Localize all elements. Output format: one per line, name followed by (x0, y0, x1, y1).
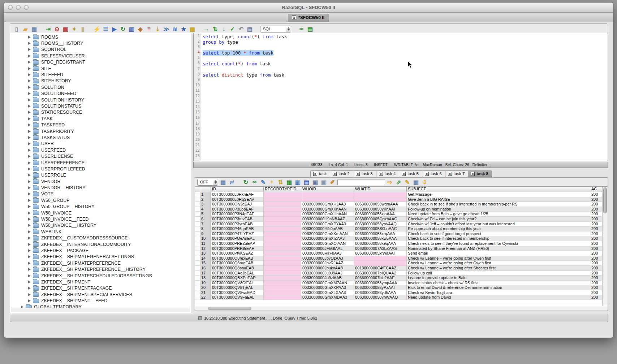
disclosure-triangle-icon[interactable] (28, 218, 31, 221)
grid-cell[interactable]: 00T3000000Q8rexEAB (211, 256, 264, 261)
grid-cell[interactable]: 006300000058xrqAAA (354, 231, 407, 237)
tree-item-site[interactable]: SITE (11, 65, 190, 72)
result-tab-task-7[interactable]: xtask 7 (445, 170, 469, 177)
grid-cell[interactable]: 0033000000GmXKmAAN (301, 231, 354, 237)
table-row[interactable]: 1400T3000000Q8rexEAB0033000000JbvQzAAJCh… (195, 256, 602, 261)
update-row-icon[interactable]: ⇅ (277, 178, 284, 186)
disclosure-triangle-icon[interactable] (28, 180, 31, 183)
grid-cell[interactable]: 0033000000GmXKPAA3 (301, 285, 354, 290)
grid-cell[interactable]: 200 (590, 202, 602, 207)
grid-cell[interactable]: 0033000000GmXHnAAN (301, 212, 354, 217)
code-line[interactable] (203, 45, 608, 50)
grid-hscroll-thumb[interactable] (208, 307, 251, 310)
row-selector-cell[interactable] (195, 217, 200, 222)
disclosure-triangle-icon[interactable] (28, 149, 31, 152)
row-selector-cell[interactable] (195, 197, 200, 202)
disclosure-triangle-icon[interactable] (28, 281, 31, 283)
result-tab-task-2[interactable]: xtask 2 (330, 170, 353, 177)
grid-cell[interactable]: 200 (590, 192, 602, 197)
close-result-tab-icon[interactable]: x (402, 172, 406, 176)
stepper-icon[interactable] (213, 179, 218, 185)
tree-item-zkfedex-package[interactable]: ZKFEDEX__PACKAGE (11, 247, 190, 254)
tree-item-solution[interactable]: SOLUTION (11, 84, 190, 90)
disclosure-triangle-icon[interactable] (28, 268, 31, 271)
tree-item-staticresource[interactable]: STATICRESOURCE (11, 109, 190, 116)
table-row[interactable]: 700T3000000P3yrbEAB0033000000GmXPYAA3006… (195, 222, 602, 227)
tree-item-vendor[interactable]: VENDOR (11, 178, 190, 185)
code-line[interactable] (203, 154, 608, 159)
grid-cell[interactable] (264, 251, 301, 256)
tree-item-zkfedex-shipmatepreference-history[interactable]: ZKFEDEX__SHIPMATEPREFERENCE__HISTORY (11, 266, 190, 272)
column-header-recordtypeid[interactable]: RECORDTYPEID (264, 187, 301, 192)
table-row[interactable]: 1800T3000000QBXPeEAP0033000000Ju9zlAAB00… (195, 276, 602, 281)
tree-item-selfserviceuser[interactable]: SELFSERVICEUSER (11, 53, 190, 59)
grid-cell[interactable]: 200 (590, 246, 602, 251)
code-line[interactable] (203, 110, 608, 116)
disclosure-triangle-icon[interactable] (28, 249, 31, 252)
column-header-blank[interactable] (200, 187, 211, 192)
grid-cell[interactable]: 00T3000000P46qnEAB (211, 226, 264, 231)
tree-item-task[interactable]: TASK (11, 116, 190, 122)
grid-cell[interactable]: Check-in w/ Ed – can he join this year? (407, 217, 590, 222)
indent-icon[interactable]: ≫ (163, 25, 170, 33)
disclosure-triangle-icon[interactable] (28, 124, 31, 126)
disclosure-triangle-icon[interactable] (28, 105, 31, 108)
grid-cell[interactable] (264, 285, 301, 290)
tree-item-userlicense[interactable]: USERLICENSE (11, 153, 190, 159)
code-line[interactable]: select type, count(*) from task (203, 34, 608, 39)
tree-item-userpreference[interactable]: USERPREFERENCE (11, 160, 190, 166)
tree-item-taskstatus[interactable]: TASKSTATUS (11, 134, 190, 140)
table-row[interactable]: 2100T3000000QV8wsEAD0033000000GmXLXAA300… (195, 290, 602, 295)
grid-cell[interactable] (264, 207, 301, 212)
grid-cell[interactable]: 00630000005S0bnAAC (354, 226, 407, 231)
auto-commit-select[interactable]: OFF (197, 179, 218, 186)
grid-cell[interactable]: 006300000058ypVAAQ (354, 222, 407, 227)
disconnect-icon[interactable]: ⊙ (53, 25, 61, 33)
grid-cell[interactable]: 200 (590, 285, 602, 290)
tree-item-zkfedex-customaddresssource[interactable]: ZKFEDEX__CUSTOMADDRESSSOURCE (11, 235, 190, 241)
tree-item-rooms-history[interactable]: ROOMS__HISTORY (11, 40, 190, 46)
grid-cell[interactable]: Send email (407, 251, 590, 256)
tree-item-weblink[interactable]: WEBLINK (11, 229, 190, 235)
grid-cell[interactable]: 200 (590, 290, 602, 295)
grid-cell[interactable]: Invoice status check – check w/ RS first (407, 281, 590, 286)
grid-cell[interactable]: 00T3000000QV8wsEAD (211, 290, 264, 295)
grid-cell[interactable] (264, 231, 301, 237)
tree-item-solutionfeed[interactable]: SOLUTIONFEED (11, 91, 190, 97)
disclosure-triangle-icon[interactable] (28, 212, 31, 214)
grid-cell[interactable]: 006300000058yKhAAI (354, 207, 407, 212)
grid-cell[interactable]: 0033000000JbukoAAB (301, 266, 354, 271)
result-tab-task-6[interactable]: xtask 6 (422, 170, 445, 177)
sql-editor[interactable]: 1234567891011121314151617181920212223 se… (193, 33, 608, 161)
validate-icon[interactable]: ✓ (229, 25, 236, 33)
disclosure-triangle-icon[interactable] (28, 155, 31, 158)
grid-cell[interactable] (264, 290, 301, 295)
grid-cell[interactable] (264, 281, 301, 286)
undo-icon[interactable]: ↶ (237, 25, 245, 33)
code-line[interactable] (203, 121, 608, 127)
grid-cell[interactable]: 200 (590, 212, 602, 217)
close-result-tab-icon[interactable]: x (379, 172, 383, 176)
grid-cell[interactable]: 00T3000000P3N4pEAF (211, 212, 264, 217)
column-header-blank[interactable] (195, 187, 200, 192)
disclosure-triangle-icon[interactable] (28, 274, 31, 277)
connect-icon[interactable]: ⇥ (44, 25, 52, 33)
grid-cell[interactable]: 00T3000000P3tuvEAB (211, 217, 264, 222)
result-tab-task-8[interactable]: xtask 8 (468, 170, 492, 177)
table-row[interactable]: 1000T3000000POeAnEAL0033000000GmXIZAA300… (195, 236, 602, 241)
row-selector-cell[interactable] (195, 271, 200, 276)
grid-cell[interactable]: 200 (590, 256, 602, 261)
grid-cell[interactable] (301, 197, 354, 202)
code-line[interactable]: select top 100 * from task (203, 50, 608, 56)
new-connection-icon[interactable]: ✦ (70, 25, 78, 33)
grid-cell[interactable] (264, 246, 301, 251)
execute-all-icon[interactable]: ☰ (102, 25, 109, 33)
row-selector-cell[interactable] (195, 207, 200, 212)
grid-cell[interactable] (264, 217, 301, 222)
result-tab-task-3[interactable]: xtask 3 (353, 170, 376, 177)
grid-cell[interactable]: 006300000058ympAAA (354, 281, 407, 286)
tree-item-w50-invoice-feed[interactable]: W50_INVOICE__FEED (11, 216, 190, 222)
tree-item-sitefeed[interactable]: SITEFEED (11, 72, 190, 78)
grid-cell[interactable]: 0033000000GmXIZAA3 (301, 236, 354, 241)
table-row[interactable]: 200T3000000L0RqSEAVGive Jenn a BIG RAISE… (195, 197, 602, 202)
